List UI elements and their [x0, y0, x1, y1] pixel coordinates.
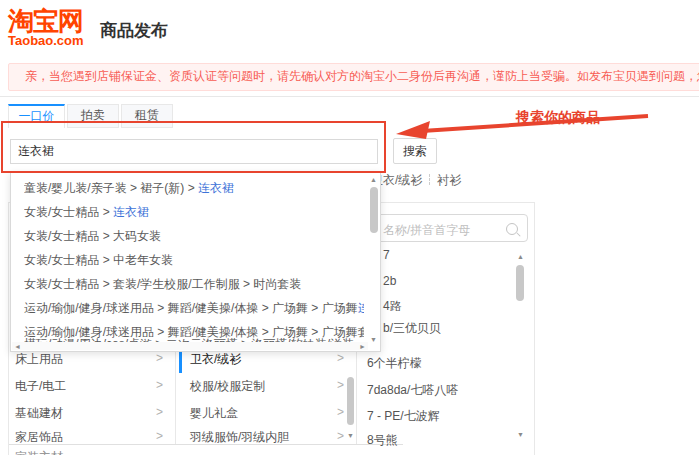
- recent-categories: 卫衣/绒衫衬衫: [371, 172, 461, 189]
- suggestion-path: 女装/女士精品 > 大码女装: [24, 229, 161, 243]
- category-item-selected[interactable]: 卫衣/绒衫: [190, 351, 241, 368]
- category-search-placeholder: 名称/拼音首字母: [383, 222, 470, 239]
- chevron-right-icon: >: [156, 378, 163, 392]
- category-item[interactable]: 校服/校服定制: [190, 378, 265, 395]
- category-item[interactable]: 婴儿礼盒: [190, 405, 238, 422]
- category-item[interactable]: 2b: [383, 274, 396, 288]
- annotation-label: 搜索你的商品: [516, 109, 600, 127]
- category-item[interactable]: 家居饰品: [15, 429, 63, 446]
- col1-divider: [175, 352, 176, 444]
- section-divider: [0, 96, 699, 97]
- category-item[interactable]: 家装主材: [15, 449, 63, 455]
- chevron-right-icon: >: [156, 429, 163, 443]
- tab-auction[interactable]: 拍卖: [67, 104, 119, 128]
- suggestion-path: 运动/瑜伽/健身/球迷用品 > 舞蹈/健美操/体操 > 广场舞 > 广场舞: [24, 301, 358, 315]
- chevron-right-icon: >: [156, 405, 163, 419]
- category-item[interactable]: 7: [383, 248, 390, 262]
- category-item[interactable]: 7da8da/七嗒八嗒: [367, 382, 458, 399]
- scroll-left-icon[interactable]: ◄: [14, 343, 21, 351]
- scrollbar-thumb[interactable]: [516, 265, 524, 301]
- scroll-right-icon[interactable]: ►: [359, 343, 366, 351]
- suggestion-keyword: 连衣裙: [113, 205, 149, 219]
- horizontal-scrollbar[interactable]: ◄ ►: [12, 342, 368, 350]
- suggestion-item[interactable]: 女装/女士精品 > 中老年女装: [24, 248, 364, 272]
- suggestion-item[interactable]: 运动/瑜伽/健身/球迷用品 > 舞蹈/健美操/体操 > 广场舞 > 广场舞连衣裙: [24, 296, 364, 320]
- chevron-right-icon: >: [337, 378, 344, 392]
- scrollbar-thumb[interactable]: [347, 377, 354, 425]
- category-item[interactable]: 基础建材: [15, 405, 63, 422]
- scrollbar-thumb[interactable]: [370, 187, 378, 233]
- recent-category-link[interactable]: 衬衫: [437, 173, 461, 187]
- category-item[interactable]: b/三优贝贝: [383, 320, 441, 337]
- taobao-logo-en: Taobao.com: [8, 34, 84, 48]
- suggestion-item[interactable]: 童装/婴儿装/亲子装 > 裙子(新) > 连衣裙: [24, 176, 364, 200]
- tab-lease[interactable]: 租赁: [121, 104, 173, 128]
- suggestion-item[interactable]: 女装/女士精品 > 套装/学生校服/工作制服 > 时尚套装: [24, 272, 364, 296]
- recent-divider: [429, 174, 430, 185]
- col2-divider: [356, 352, 357, 444]
- scroll-up-icon[interactable]: ▲: [517, 253, 524, 261]
- suggestion-path: 女装/女士精品 > 中老年女装: [24, 253, 173, 267]
- scroll-down-icon[interactable]: ▼: [517, 431, 524, 439]
- chevron-right-icon: >: [337, 405, 344, 419]
- page-title: 商品发布: [100, 19, 168, 42]
- chevron-right-icon: >: [337, 429, 344, 443]
- suggestion-keyword: 连衣裙: [198, 181, 234, 195]
- taobao-logo[interactable]: 淘宝网 Taobao.com: [8, 8, 84, 48]
- search-input[interactable]: [10, 139, 378, 164]
- category-item[interactable]: 床上用品: [15, 351, 63, 368]
- chevron-right-icon: >: [156, 351, 163, 365]
- category-item[interactable]: 8号熊: [367, 432, 398, 449]
- category-item[interactable]: 7 - PE/七波辉: [367, 408, 440, 425]
- product-publish-page: 淘宝网 Taobao.com 商品发布 亲，当您遇到店铺保证金、资质认证等问题时…: [0, 0, 699, 455]
- category-item[interactable]: 6个半柠檬: [367, 355, 422, 372]
- scroll-up-icon[interactable]: ▲: [370, 176, 377, 184]
- taobao-logo-cn: 淘宝网: [8, 8, 84, 34]
- suggestion-path: 童装/婴儿装/亲子装 > 裙子(新) >: [24, 181, 198, 195]
- tab-fixed-price[interactable]: 一口价: [8, 104, 65, 128]
- search-button[interactable]: 搜索: [393, 138, 437, 164]
- search-icon: [506, 223, 518, 235]
- search-suggestions-dropdown: 童装/婴儿装/亲子装 > 裙子(新) > 连衣裙 女装/女士精品 > 连衣裙 女…: [10, 172, 381, 352]
- category-item[interactable]: 电子/电工: [15, 378, 66, 395]
- chevron-right-icon: >: [337, 351, 344, 365]
- suggestion-item[interactable]: 女装/女士精品 > 连衣裙: [24, 200, 364, 224]
- security-notice-bar: 亲，当您遇到店铺保证金、资质认证等问题时，请先确认对方的淘宝小二身份后再沟通，谨…: [8, 63, 699, 91]
- suggestion-path: 女装/女士精品 >: [24, 205, 113, 219]
- scroll-down-icon[interactable]: ▼: [370, 336, 377, 344]
- suggestion-keyword: 连衣裙: [358, 301, 364, 315]
- scroll-down-icon[interactable]: ▼: [347, 432, 354, 440]
- category-item[interactable]: 4路: [383, 298, 402, 315]
- suggestion-path: 女装/女士精品 > 套装/学生校服/工作制服 > 时尚套装: [24, 277, 301, 291]
- suggestion-item[interactable]: 女装/女士精品 > 大码女装: [24, 224, 364, 248]
- security-notice-text: 亲，当您遇到店铺保证金、资质认证等问题时，请先确认对方的淘宝小二身份后再沟通，谨…: [25, 69, 699, 83]
- category-item[interactable]: 羽绒服饰/羽绒内胆: [190, 429, 289, 446]
